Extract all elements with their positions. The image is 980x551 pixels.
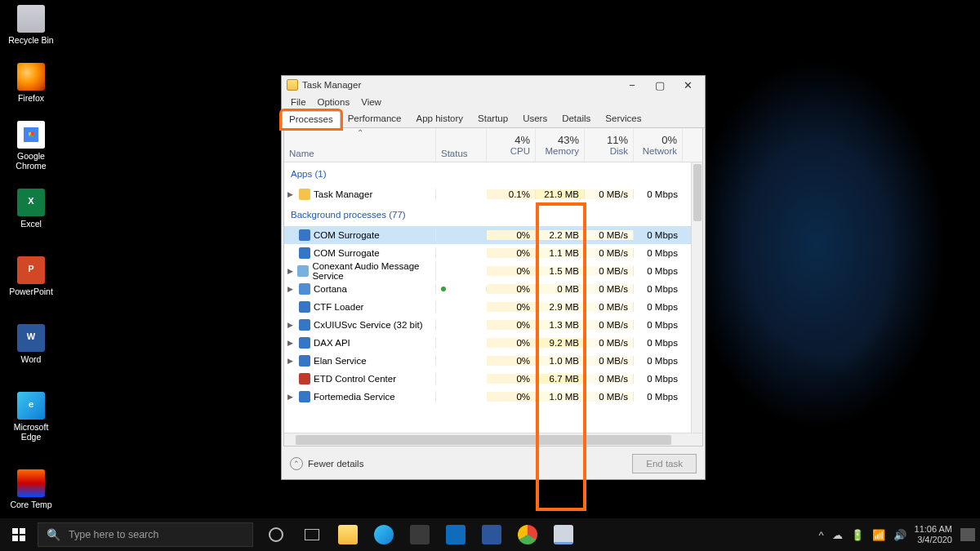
process-row[interactable]: ▶Conexant Audio Message Service0%1.5 MB0…: [284, 262, 691, 280]
expand-arrow-icon[interactable]: ▶: [287, 321, 296, 329]
process-name: Elan Service: [314, 356, 367, 366]
footer: ⌃Fewer details End task: [282, 448, 705, 479]
taskbar: 🔍 Type here to search ^ ☁ 🔋 📶 🔊 11:06 AM…: [0, 518, 980, 551]
desktop-icon-word[interactable]: WWord: [7, 324, 56, 374]
process-row[interactable]: ▶ETD Control Center0%6.7 MB0 MB/s0 Mbps: [284, 370, 691, 388]
process-row[interactable]: ▶Fortemedia Service0%1.0 MB0 MB/s0 Mbps: [284, 388, 691, 406]
titlebar[interactable]: Task Manager − ▢ ✕: [282, 76, 705, 94]
process-row[interactable]: ▶CTF Loader0%2.9 MB0 MB/s0 Mbps: [284, 298, 691, 316]
vertical-scrollbar[interactable]: [691, 162, 702, 433]
column-header-disk[interactable]: 11%Disk: [585, 128, 634, 162]
chrome-taskbar-icon[interactable]: [510, 518, 546, 551]
process-row[interactable]: ▶COM Surrogate0%2.2 MB0 MB/s0 Mbps: [284, 226, 691, 244]
desktop-icon-recycle-bin[interactable]: Recycle Bin: [7, 5, 56, 45]
process-name-cell: ▶Fortemedia Service: [284, 391, 436, 402]
process-name: Conexant Audio Message Service: [312, 261, 430, 281]
column-header-row: ⌃Name Status 4%CPU 43%Memory 11%Disk 0%N…: [284, 128, 702, 162]
desktop-icon-chrome[interactable]: Google Chrome: [7, 121, 56, 171]
taskmanager-taskbar-icon[interactable]: [546, 518, 581, 551]
process-row[interactable]: ▶CxUIUSvc Service (32 bit)0%1.3 MB0 MB/s…: [284, 316, 691, 334]
date: 3/4/2020: [915, 535, 952, 545]
column-header-status[interactable]: Status: [436, 128, 487, 162]
process-name-cell: ▶ETD Control Center: [284, 373, 436, 384]
cortana-button[interactable]: [258, 518, 294, 551]
clock[interactable]: 11:06 AM 3/4/2020: [915, 524, 952, 544]
volume-icon[interactable]: 🔊: [893, 529, 906, 541]
process-name-cell: ▶DAX API: [284, 337, 436, 349]
expand-arrow-icon[interactable]: ▶: [287, 357, 296, 365]
end-task-button[interactable]: End task: [632, 454, 697, 473]
horizontal-scrollbar[interactable]: [284, 433, 702, 446]
tab-services[interactable]: Services: [598, 110, 648, 127]
fewer-details-button[interactable]: ⌃Fewer details: [290, 457, 363, 470]
desktop-icon-excel[interactable]: XExcel: [7, 189, 56, 238]
tab-performance[interactable]: Performance: [341, 110, 409, 127]
desktop-icon-label: PowerPoint: [9, 287, 53, 296]
expand-arrow-icon[interactable]: ▶: [287, 285, 296, 293]
desktop-icon-firefox[interactable]: Firefox: [7, 63, 56, 103]
menu-view[interactable]: View: [357, 96, 385, 108]
desktop-icon-coretemp[interactable]: Core Temp: [7, 469, 56, 509]
chevron-up-icon[interactable]: ^: [818, 529, 823, 541]
tab-processes[interactable]: Processes: [282, 111, 341, 128]
process-icon: [299, 373, 310, 384]
mail-icon[interactable]: [438, 518, 474, 551]
expand-arrow-icon[interactable]: ▶: [287, 339, 296, 347]
process-row[interactable]: ▶Elan Service0%1.0 MB0 MB/s0 Mbps: [284, 352, 691, 370]
process-row[interactable]: ▶Task Manager0.1%21.9 MB0 MB/s0 Mbps: [284, 185, 691, 203]
desktop-icon-edge[interactable]: eMicrosoft Edge: [7, 392, 56, 451]
edge-taskbar-icon[interactable]: [366, 518, 402, 551]
process-icon: [299, 337, 310, 349]
menu-options[interactable]: Options: [314, 96, 354, 108]
process-row[interactable]: ▶COM Surrogate0%1.1 MB0 MB/s0 Mbps: [284, 244, 691, 262]
windows-icon: [12, 528, 25, 541]
store-icon[interactable]: [402, 518, 438, 551]
maximize-button[interactable]: ▢: [646, 76, 674, 94]
process-name-cell: ▶COM Surrogate: [284, 229, 436, 241]
process-icon: [299, 301, 310, 313]
tab-users[interactable]: Users: [515, 110, 555, 127]
tab-app-history[interactable]: App history: [409, 110, 471, 127]
process-icon: [299, 355, 310, 367]
file-explorer-icon[interactable]: [330, 518, 366, 551]
column-header-memory[interactable]: 43%Memory: [536, 128, 585, 162]
svg-rect-0: [12, 528, 18, 534]
close-button[interactable]: ✕: [674, 76, 702, 94]
tab-details[interactable]: Details: [555, 110, 598, 127]
system-tray: ^ ☁ 🔋 📶 🔊 11:06 AM 3/4/2020: [818, 524, 980, 544]
expand-arrow-icon[interactable]: ▶: [287, 190, 296, 198]
tab-bar: Processes Performance App history Startu…: [282, 110, 705, 128]
task-view-button[interactable]: [294, 518, 330, 551]
chevron-up-icon: ⌃: [290, 457, 303, 470]
svg-rect-3: [20, 535, 25, 541]
word-taskbar-icon[interactable]: [474, 518, 510, 551]
desktop-icon-powerpoint[interactable]: PPowerPoint: [7, 256, 56, 306]
search-icon: 🔍: [47, 528, 60, 541]
group-header-apps[interactable]: Apps (1): [284, 162, 691, 185]
notifications-button[interactable]: [960, 528, 975, 541]
tab-startup[interactable]: Startup: [470, 110, 515, 127]
minimize-button[interactable]: −: [618, 76, 646, 94]
wifi-icon[interactable]: 📶: [872, 529, 885, 541]
search-placeholder: Type here to search: [69, 529, 158, 540]
process-icon: [299, 319, 310, 331]
group-header-background[interactable]: Background processes (77): [284, 203, 691, 226]
battery-icon[interactable]: 🔋: [851, 529, 864, 541]
menubar: File Options View: [282, 94, 705, 110]
process-row[interactable]: ▶Cortana0%0 MB0 MB/s0 Mbps: [284, 280, 691, 298]
onedrive-icon[interactable]: ☁: [832, 529, 843, 541]
desktop-icon-label: Word: [21, 354, 42, 364]
start-button[interactable]: [0, 518, 38, 551]
process-name-cell: ▶Cortana: [284, 283, 436, 295]
expand-arrow-icon[interactable]: ▶: [287, 267, 294, 275]
column-header-cpu[interactable]: 4%CPU: [487, 128, 536, 162]
column-header-network[interactable]: 0%Network: [634, 128, 683, 162]
process-name-cell: ▶CTF Loader: [284, 301, 436, 313]
app-icon: [287, 79, 298, 91]
process-name-cell: ▶Elan Service: [284, 355, 436, 367]
process-row[interactable]: ▶DAX API0%9.2 MB0 MB/s0 Mbps: [284, 334, 691, 352]
column-header-name[interactable]: ⌃Name: [284, 128, 436, 162]
expand-arrow-icon[interactable]: ▶: [287, 393, 296, 401]
search-input[interactable]: 🔍 Type here to search: [38, 522, 253, 547]
menu-file[interactable]: File: [287, 96, 310, 108]
